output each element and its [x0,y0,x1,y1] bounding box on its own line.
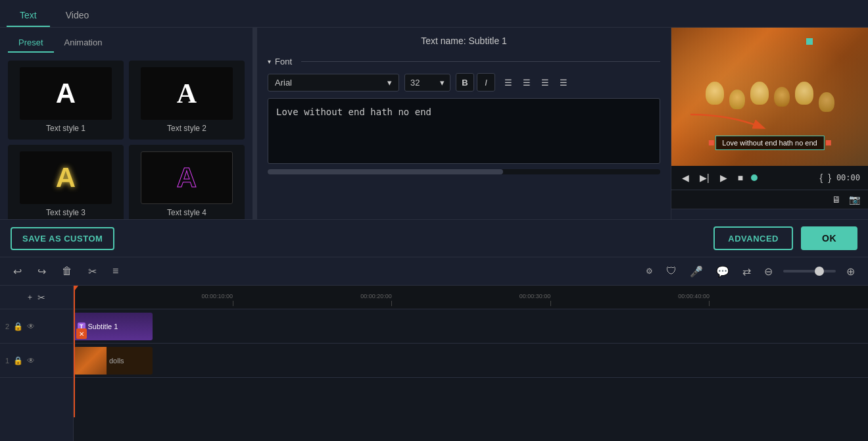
eye-icon[interactable]: 👁 [27,322,35,331]
align-buttons: ☰ ☰ ☰ ☰ [500,73,571,91]
tab-video[interactable]: Video [53,5,103,27]
preset-style2[interactable]: A Text style 2 [129,61,245,140]
effects-button[interactable]: ⚙ [643,265,656,277]
middle-panel: Text name: Subtitle 1 ▾ Font Arial ▾ 32 … [257,28,671,219]
track-number-1: 1 [5,357,9,365]
lock-icon-1[interactable]: 🔒 [13,356,23,365]
lock-icon[interactable]: 🔒 [13,322,23,331]
preset-style4[interactable]: A Text style 4 [129,145,245,219]
align-center-button[interactable]: ☰ [519,73,535,91]
ruler-marks: 00:00:00:00 00:00:10:00 00:00:20:00 00:0… [74,286,868,306]
add-icon: + [28,293,32,302]
chevron-down-icon: ▾ [440,78,445,88]
play-button[interactable]: ▶ [717,171,730,184]
action-bar: SAVE AS CUSTOM ADVANCED OK [0,219,868,257]
text-scrollbar[interactable] [268,169,660,174]
mic-button[interactable]: 🎤 [687,264,706,279]
right-panel: Love without end hath no end ◀ ▶| ▶ ■ [671,28,868,219]
out-point-button[interactable]: } [828,172,831,183]
zoom-slider[interactable] [783,270,836,272]
top-tab-bar: Text Video [0,0,868,28]
ok-button[interactable]: OK [801,226,857,250]
caption-button[interactable]: 💬 [713,264,732,279]
cut-button[interactable]: ✂ [85,264,99,279]
align-right-button[interactable]: ☰ [537,73,553,91]
step-back-button[interactable]: ◀ [679,171,692,184]
timeline-ruler-area: 00:00:00:00 00:00:10:00 00:00:20:00 00:0… [74,286,868,441]
zoom-thumb [815,267,824,276]
ruler-tick-1: 00:00:10:00 [233,301,233,306]
font-section-label: Font [275,57,292,66]
timeline-track-labels: + ✂ 2 🔒 👁 1 🔒 👁 [0,286,74,441]
action-right-buttons: ADVANCED OK [713,226,857,250]
save-as-custom-button[interactable]: SAVE AS CUSTOM [11,227,114,250]
bold-button[interactable]: B [456,73,474,91]
handle-top-right[interactable] [806,38,813,45]
presets-grid: A Text style 1 A Text style 2 A Text sty… [0,53,253,219]
video-clip[interactable]: dolls [74,347,153,375]
preview-text-overlay: Love without end hath no end [715,136,824,150]
sub-tab-bar: Preset Animation [0,28,253,53]
text-name-label: Text name: [421,36,466,46]
video-clip-thumbnail [74,347,107,375]
camera-button[interactable]: 📷 [849,194,860,205]
ruler-tick-3: 00:00:30:00 [550,301,551,306]
playhead[interactable] [74,286,75,417]
font-controls-row: Arial ▾ 32 ▾ B I ☰ ☰ ☰ ☰ [268,73,660,91]
play-frame-button[interactable]: ▶| [697,171,712,184]
text-name-value-text: Subtitle 1 [469,36,507,46]
main-content: Preset Animation A Text style 1 A Text s… [0,28,868,219]
subtitle-clip[interactable]: T Subtitle 1 ✕ [74,313,153,340]
ruler-tick-4: 00:00:40:00 [709,301,710,306]
align-left-button[interactable]: ☰ [500,73,516,91]
advanced-button[interactable]: ADVANCED [713,226,793,250]
eye-icon-1[interactable]: 👁 [27,356,35,365]
stop-button[interactable]: ■ [735,171,746,184]
track-label-2: 2 🔒 👁 [0,309,73,344]
redo-button[interactable]: ↪ [35,264,49,279]
in-point-button[interactable]: { [820,172,823,183]
italic-button[interactable]: I [477,73,495,91]
zoom-in-button[interactable]: ⊕ [844,264,857,279]
preset-style3[interactable]: A Text style 3 [8,145,124,219]
tab-animation[interactable]: Animation [54,34,113,53]
add-track-button[interactable]: + ✂ [0,286,73,309]
zoom-out-button[interactable]: ⊖ [761,264,775,279]
font-size-select[interactable]: 32 ▾ [404,74,450,91]
track-number-2: 2 [5,323,9,330]
scrollbar-thumb [268,169,503,174]
left-panel: Preset Animation A Text style 1 A Text s… [0,28,253,219]
undo-button[interactable]: ↩ [11,264,24,279]
preset-style1[interactable]: A Text style 1 [8,61,124,140]
preset-label-3: Text style 3 [46,208,85,217]
timeline-section: ↩ ↪ 🗑 ✂ ≡ ⚙ 🛡 🎤 💬 ⇄ ⊖ ⊕ + ✂ 2 � [0,257,868,441]
shield-button[interactable]: 🛡 [663,264,679,278]
timeline-toolbar-right: ⚙ 🛡 🎤 💬 ⇄ ⊖ ⊕ [643,264,857,279]
swap-button[interactable]: ⇄ [740,264,754,279]
tab-preset[interactable]: Preset [8,34,54,53]
format-buttons: B I [456,73,495,91]
font-section-header[interactable]: ▾ Font [268,57,660,66]
timeline-ruler: 00:00:00:00 00:00:10:00 00:00:20:00 00:0… [74,286,868,309]
preset-label-4: Text style 4 [167,208,206,217]
chevron-down-icon: ▾ [268,58,271,65]
preset-thumb-2: A [141,67,233,120]
text-name-header: Text name: Subtitle 1 [268,36,660,46]
filter-button[interactable]: ≡ [110,264,121,278]
ruler-tick-2: 00:00:20:00 [391,301,392,306]
preset-label-2: Text style 2 [167,124,206,133]
text-content-area[interactable]: Love without end hath no end [268,98,660,164]
timeline-toolbar: ↩ ↪ 🗑 ✂ ≡ ⚙ 🛡 🎤 💬 ⇄ ⊖ ⊕ [0,257,868,286]
section-divider [301,61,660,62]
delete-button[interactable]: 🗑 [59,264,75,278]
preset-thumb-4: A [141,151,233,204]
video-preview: Love without end hath no end [671,28,868,166]
font-family-select[interactable]: Arial ▾ [268,74,399,91]
export-controls: 🖥 📷 [671,190,868,209]
playhead-triangle [74,286,78,291]
align-justify-button[interactable]: ☰ [556,73,571,91]
subtitle-delete-button[interactable]: ✕ [76,328,87,339]
tab-text[interactable]: Text [7,5,50,27]
monitor-button[interactable]: 🖥 [832,194,841,205]
track-row-2: T Subtitle 1 ✕ [74,309,868,344]
